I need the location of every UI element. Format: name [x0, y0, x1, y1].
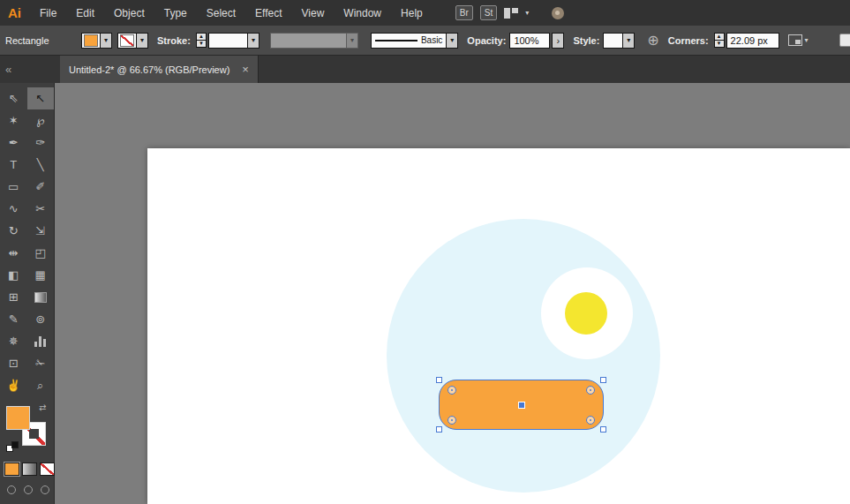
- selection-handle-bottom-left[interactable]: [436, 426, 442, 433]
- mesh-tool[interactable]: ⊞: [0, 286, 27, 308]
- swap-fill-stroke-icon[interactable]: ⇄: [39, 402, 46, 412]
- corner-radius-input[interactable]: 22.09 px: [726, 33, 779, 49]
- fill-swatch[interactable]: [6, 406, 30, 430]
- gpu-performance-icon[interactable]: [552, 7, 564, 19]
- corners-label: Corners:: [668, 35, 709, 46]
- fill-color-swatch[interactable]: [84, 34, 98, 47]
- rotate-tool[interactable]: ↻: [0, 220, 27, 242]
- chevron-down-icon[interactable]: ▾: [446, 34, 457, 48]
- hand-tool[interactable]: ✌: [0, 374, 27, 396]
- fill-color-picker[interactable]: ▾: [81, 33, 112, 49]
- artboard-tool[interactable]: ⊡: [0, 352, 27, 374]
- scale-tool[interactable]: ⇲: [27, 220, 55, 242]
- lasso-tool[interactable]: ℘: [27, 109, 55, 132]
- menu-edit[interactable]: Edit: [66, 7, 104, 19]
- stepper-down-icon[interactable]: ▼: [714, 40, 725, 48]
- pen-tool[interactable]: ✒: [0, 132, 27, 154]
- opacity-input[interactable]: 100%: [509, 33, 550, 49]
- selected-rounded-rectangle[interactable]: [439, 380, 604, 430]
- rectangle-tool[interactable]: ▭: [0, 176, 27, 198]
- selection-handle-top-left[interactable]: [436, 377, 442, 383]
- sun-inner-circle-shape[interactable]: [565, 292, 607, 335]
- arrange-documents-icon[interactable]: [504, 8, 518, 19]
- menu-help[interactable]: Help: [391, 7, 433, 19]
- gradient-tool[interactable]: [27, 286, 55, 308]
- menu-file[interactable]: File: [30, 7, 66, 19]
- isolate-selected-object-icon[interactable]: [788, 34, 802, 46]
- chevron-down-icon[interactable]: ▾: [136, 34, 147, 48]
- corner-radius-widget-top-left[interactable]: [448, 386, 456, 395]
- shaper-tool[interactable]: ∿: [0, 198, 27, 220]
- chevron-down-icon[interactable]: ▾: [247, 34, 259, 48]
- menu-window[interactable]: Window: [334, 7, 391, 19]
- shape-builder-tool[interactable]: ◧: [0, 264, 27, 286]
- stroke-none-swatch[interactable]: [120, 34, 134, 47]
- paintbrush-tool[interactable]: ✐: [27, 176, 55, 198]
- color-button[interactable]: [4, 463, 19, 476]
- tools-panel: ⇖ ↖ ✶ ℘ ✒ ✑ T ╲ ▭ ✐ ∿ ✂ ↻ ⇲ ⇹ ◰ ◧ ▦ ⊞ ✎: [0, 83, 55, 504]
- style-label: Style:: [573, 35, 599, 46]
- stroke-color-picker[interactable]: ▾: [117, 33, 148, 49]
- profile-value: Basic: [421, 35, 442, 45]
- stroke-weight-stepper[interactable]: ▲ ▼: [196, 33, 207, 48]
- selection-handle-bottom-right[interactable]: [600, 426, 606, 433]
- menu-select[interactable]: Select: [197, 7, 245, 19]
- blend-tool[interactable]: ⊚: [27, 308, 55, 330]
- graphic-style-dropdown[interactable]: ▾: [603, 33, 635, 49]
- collapse-tools-panel-icon[interactable]: «: [0, 56, 60, 83]
- none-button[interactable]: [40, 463, 55, 476]
- variable-width-profile-dropdown[interactable]: Basic ▾: [371, 33, 458, 49]
- magic-wand-tool[interactable]: ✶: [0, 109, 27, 132]
- default-fill-stroke-icon[interactable]: [6, 441, 19, 452]
- zoom-tool[interactable]: ⌕: [27, 374, 55, 396]
- draw-inside-icon[interactable]: [41, 485, 49, 494]
- width-tool[interactable]: ⇹: [0, 242, 27, 264]
- free-transform-tool[interactable]: ◰: [27, 242, 55, 264]
- type-tool[interactable]: T: [0, 154, 27, 176]
- corners-stepper[interactable]: ▲ ▼: [714, 33, 725, 48]
- slice-tool[interactable]: ✁: [27, 352, 55, 374]
- close-icon[interactable]: ×: [242, 63, 249, 76]
- menu-view[interactable]: View: [292, 7, 335, 19]
- canvas-pasteboard[interactable]: [55, 83, 850, 504]
- bridge-button[interactable]: Br: [455, 5, 473, 20]
- sky-circle-shape[interactable]: [387, 219, 660, 493]
- chevron-down-icon[interactable]: ▾: [100, 34, 111, 48]
- stroke-weight-dropdown[interactable]: ▾: [208, 33, 260, 49]
- opacity-panel-arrow[interactable]: ›: [552, 33, 564, 49]
- column-graph-tool[interactable]: [27, 330, 55, 352]
- corner-radius-widget-bottom-left[interactable]: [448, 416, 456, 425]
- direct-selection-tool[interactable]: ⇖: [0, 87, 27, 109]
- selected-object-type-label: Rectangle: [5, 35, 81, 46]
- document-tab-bar: « Untitled-2* @ 66.67% (RGB/Preview) ×: [0, 56, 850, 83]
- document-tab[interactable]: Untitled-2* @ 66.67% (RGB/Preview) ×: [60, 56, 259, 83]
- selection-tool[interactable]: ↖: [27, 87, 55, 109]
- symbol-sprayer-tool[interactable]: ✵: [0, 330, 27, 352]
- corner-radius-widget-top-right[interactable]: [586, 386, 595, 395]
- illustrator-logo: Ai: [0, 5, 30, 20]
- chevron-down-icon[interactable]: ▾: [525, 9, 529, 17]
- menu-effect[interactable]: Effect: [245, 7, 291, 19]
- stepper-down-icon[interactable]: ▼: [196, 40, 207, 48]
- controlbar-right-icons: ▾: [788, 34, 809, 46]
- menu-object[interactable]: Object: [104, 7, 154, 19]
- center-anchor-point[interactable]: [519, 402, 524, 408]
- panel-edge-icon[interactable]: [839, 34, 850, 47]
- chevron-down-icon[interactable]: ▾: [805, 36, 809, 44]
- corner-radius-widget-bottom-right[interactable]: [586, 416, 595, 425]
- chevron-down-icon: ▾: [346, 34, 357, 48]
- perspective-grid-tool[interactable]: ▦: [27, 264, 55, 286]
- eyedropper-tool[interactable]: ✎: [0, 308, 27, 330]
- stock-button[interactable]: St: [480, 5, 497, 20]
- line-segment-tool[interactable]: ╲: [27, 154, 55, 176]
- brush-definition-dropdown[interactable]: ▾: [270, 33, 358, 49]
- menu-type[interactable]: Type: [154, 7, 197, 19]
- scissors-tool[interactable]: ✂: [27, 198, 55, 220]
- curvature-tool[interactable]: ✑: [27, 132, 55, 154]
- selection-handle-top-right[interactable]: [600, 377, 606, 383]
- draw-behind-icon[interactable]: [24, 485, 33, 494]
- recolor-artwork-icon[interactable]: ⊕: [647, 32, 658, 49]
- draw-normal-icon[interactable]: [7, 485, 16, 494]
- gradient-button[interactable]: [22, 463, 37, 476]
- chevron-down-icon[interactable]: ▾: [622, 34, 634, 48]
